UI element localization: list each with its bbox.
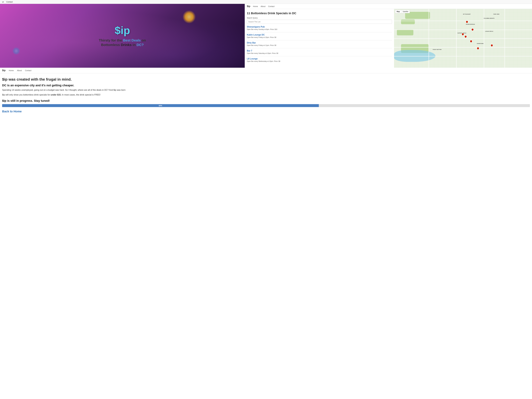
top-navbar-partial: ut Contact bbox=[0, 0, 532, 4]
map-label-foggy: FOGGY BOTTOM bbox=[433, 49, 441, 50]
bar-name-kabin[interactable]: Kabin Lounge DC bbox=[247, 34, 392, 36]
about-navbar: $ip Home About Contact bbox=[0, 68, 532, 73]
progress-bar-fill: 60% bbox=[2, 104, 319, 107]
bar-item-shenanigans: Shenanigans Pub Open Bar every Sunday at… bbox=[247, 26, 392, 30]
map-label-adams: ADAMS MORGAN bbox=[466, 24, 475, 25]
tagline-dc: DC? bbox=[137, 43, 144, 47]
map-control-map[interactable]: Map bbox=[395, 10, 401, 13]
listings-panel: 11 Bottomless Drink Specials in DC Searc… bbox=[245, 9, 394, 68]
tagline-bottomless: Bottomless bbox=[101, 43, 120, 47]
about-nav-about[interactable]: About bbox=[17, 70, 22, 72]
bar-item-kabin: Kabin Lounge DC Open Bar every Friday at… bbox=[247, 34, 392, 38]
about-heading-1: $ip was created with the frugal in mind. bbox=[2, 77, 530, 82]
about-nav-contact[interactable]: Contact bbox=[25, 70, 32, 72]
map-label-logan: LOGAN CIRCLE bbox=[485, 31, 493, 32]
bar-desc-bar7: Open Bar every Saturday at 10pm. Price: … bbox=[247, 52, 392, 54]
second-nav-brand[interactable]: $ip bbox=[247, 5, 250, 8]
road-h-1 bbox=[394, 21, 532, 21]
map-marker-5[interactable] bbox=[470, 40, 472, 42]
road-v-1 bbox=[429, 9, 429, 68]
road-h-3 bbox=[394, 38, 532, 39]
road-h-2 bbox=[394, 30, 532, 30]
progress-heading: $ip is still in progress. Stay tuned! bbox=[2, 99, 530, 102]
tagline-drinks: Drinks bbox=[121, 43, 132, 47]
bar-item-dirty: Dirty Bar Open Bar every Friday at 11pm.… bbox=[247, 42, 392, 46]
bar-divider-4 bbox=[247, 56, 392, 56]
map-marker-6[interactable] bbox=[491, 44, 493, 46]
about-para-2-bold: under $15. bbox=[51, 94, 61, 96]
tagline-on: on bbox=[142, 38, 146, 42]
road-v-4 bbox=[505, 9, 505, 68]
hero-tagline: Thirsty for the Best Deals on Bottomless… bbox=[99, 38, 146, 47]
progress-label: 60% bbox=[159, 105, 162, 107]
listings-title: 11 Bottomless Drink Specials in DC bbox=[247, 12, 392, 15]
bar-item-l8: L8 Lounge Open Bar every Wednesday at 10… bbox=[247, 57, 392, 62]
tagline-in: in bbox=[133, 43, 136, 47]
map-control-satellite[interactable]: Satellite bbox=[401, 10, 410, 13]
about-heading-2: DC is an expensive city and it's not get… bbox=[2, 84, 530, 87]
road-h-4 bbox=[394, 47, 532, 48]
about-para-2-suffix: In most cases, the drink special is FREE… bbox=[62, 94, 101, 96]
hero-section: $ip Thirsty for the Best Deals on Bottom… bbox=[0, 4, 532, 68]
second-nav-contact[interactable]: Contact bbox=[268, 5, 274, 7]
map-panel: Map Satellite bbox=[394, 9, 532, 68]
bar-name-dirty[interactable]: Dirty Bar bbox=[247, 42, 392, 44]
about-nav-brand: $ip bbox=[2, 69, 6, 72]
map-controls: Map Satellite bbox=[395, 10, 410, 13]
bar-desc-kabin: Open Bar every Friday at 10pm. Price: $0 bbox=[247, 37, 392, 38]
about-para-1: Spending 14 weeks unemployed, going out … bbox=[2, 89, 530, 92]
back-to-home-link[interactable]: Back to Home bbox=[2, 110, 530, 113]
map-marker-1[interactable] bbox=[466, 21, 468, 22]
about-para-2-prefix: $ip will only show you bottomless drink … bbox=[2, 94, 50, 96]
tagline-thirsty: Thirsty for the bbox=[99, 38, 122, 42]
map-marker-4[interactable] bbox=[464, 35, 466, 37]
bar-divider-3 bbox=[247, 48, 392, 48]
bar-desc-l8: Open Bar every Wednesday at 10pm. Price:… bbox=[247, 60, 392, 62]
map-label-mt-pleasant: MT PLEASANT bbox=[463, 13, 471, 15]
map-marker-3[interactable] bbox=[462, 33, 463, 35]
second-nav-about[interactable]: About bbox=[260, 5, 266, 7]
bar-desc-shenanigans: Open Bar every Sunday at 9pm. Price: $10 bbox=[247, 28, 392, 30]
park-area-2 bbox=[401, 19, 415, 24]
bar-divider-2 bbox=[247, 40, 392, 40]
bar-name-l8[interactable]: L8 Lounge bbox=[247, 57, 392, 60]
map-label-columbia: COLUMBIA HEIGHTS bbox=[484, 18, 494, 19]
road-h-5 bbox=[394, 56, 532, 57]
map-marker-7[interactable] bbox=[477, 47, 479, 49]
about-content: $ip was created with the frugal in mind.… bbox=[0, 73, 532, 117]
search-input[interactable] bbox=[247, 20, 392, 24]
about-nav-home[interactable]: Home bbox=[9, 70, 14, 72]
hero-content: 11 Bottomless Drink Specials in DC Searc… bbox=[245, 9, 532, 68]
park-area-3 bbox=[397, 30, 413, 35]
hero-right: $ip Home About Contact 11 Bottomless Dri… bbox=[245, 4, 532, 68]
map-label-park-view: PARK VIEW bbox=[494, 13, 500, 15]
tagline-best-deals: Best Deals bbox=[123, 38, 141, 42]
top-nav-link-contact[interactable]: Contact bbox=[6, 1, 13, 3]
map-marker-2[interactable] bbox=[471, 28, 473, 30]
second-nav-home[interactable]: Home bbox=[253, 5, 258, 7]
map-label-downtown: DOWNTOWN bbox=[477, 43, 483, 44]
second-navbar: $ip Home About Contact bbox=[245, 4, 532, 9]
top-nav-link-ut[interactable]: ut bbox=[2, 1, 4, 3]
search-label: Search Query: bbox=[247, 17, 392, 19]
map-view[interactable]: MT PLEASANT PARK VIEW COLUMBIA HEIGHTS A… bbox=[394, 9, 532, 68]
about-para-2: $ip will only show you bottomless drink … bbox=[2, 93, 530, 96]
bar-name-shenanigans[interactable]: Shenanigans Pub bbox=[247, 26, 392, 28]
bar-name-bar7[interactable]: Bar 7 bbox=[247, 50, 392, 52]
hero-image: $ip Thirsty for the Best Deals on Bottom… bbox=[0, 4, 245, 68]
bar-item-bar7: Bar 7 Open Bar every Saturday at 10pm. P… bbox=[247, 50, 392, 54]
bar-desc-dirty: Open Bar every Friday at 11pm. Price: $0 bbox=[247, 44, 392, 46]
hero-logo: $ip bbox=[115, 24, 130, 37]
road-v-2 bbox=[456, 9, 457, 68]
progress-section: $ip is still in progress. Stay tuned! 60… bbox=[2, 99, 530, 107]
progress-bar-container: 60% bbox=[2, 104, 530, 107]
